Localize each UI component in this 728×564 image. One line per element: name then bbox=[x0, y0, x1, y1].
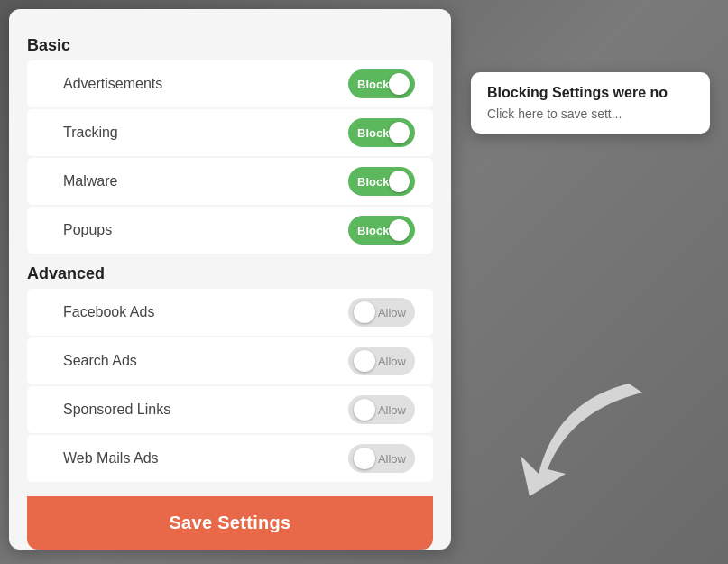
facebook-ads-label: Facebook Ads bbox=[63, 304, 154, 320]
basic-title: Basic bbox=[27, 36, 70, 54]
popups-toggle[interactable]: Block bbox=[348, 216, 415, 245]
sponsored-links-toggle-label: Allow bbox=[375, 403, 406, 417]
tracking-toggle[interactable]: Block bbox=[348, 118, 415, 147]
web-mails-ads-toggle-knob bbox=[354, 448, 375, 469]
notification-title: Blocking Settings were no bbox=[487, 85, 694, 101]
save-settings-button[interactable]: Save Settings bbox=[27, 496, 433, 550]
web-mails-ads-toggle-label: Allow bbox=[375, 452, 406, 466]
advanced-title: Advanced bbox=[27, 264, 105, 282]
popups-row: Popups Block bbox=[27, 207, 433, 254]
web-mails-ads-row: Web Mails Ads Allow bbox=[27, 435, 433, 482]
popups-toggle-label: Block bbox=[357, 224, 389, 237]
advertisements-row: Advertisements Block bbox=[27, 60, 433, 107]
notification-body: Click here to save sett... bbox=[487, 106, 694, 121]
facebook-ads-toggle-knob bbox=[354, 301, 375, 323]
sponsored-links-row: Sponsored Links Allow bbox=[27, 386, 433, 433]
advertisements-toggle-label: Block bbox=[357, 78, 389, 91]
arrow-icon bbox=[484, 365, 665, 528]
popups-toggle-knob bbox=[389, 219, 410, 241]
web-mails-ads-label: Web Mails Ads bbox=[63, 450, 159, 467]
notification-popup[interactable]: Blocking Settings were no Click here to … bbox=[471, 72, 710, 134]
advanced-section-header: Advanced bbox=[27, 255, 433, 289]
facebook-ads-row: Facebook Ads Allow bbox=[27, 289, 433, 336]
advertisements-toggle[interactable]: Block bbox=[348, 69, 415, 98]
tracking-row: Tracking Block bbox=[27, 109, 433, 156]
sponsored-links-toggle[interactable]: Allow bbox=[348, 395, 415, 424]
facebook-ads-toggle-label: Allow bbox=[375, 306, 406, 319]
web-mails-ads-toggle[interactable]: Allow bbox=[348, 444, 415, 473]
popups-label: Popups bbox=[63, 222, 112, 238]
basic-section-header: Basic bbox=[27, 27, 433, 60]
search-ads-toggle-label: Allow bbox=[375, 355, 406, 368]
facebook-ads-toggle[interactable]: Allow bbox=[348, 298, 415, 327]
tracking-toggle-label: Block bbox=[357, 126, 389, 140]
search-ads-row: Search Ads Allow bbox=[27, 337, 433, 384]
tracking-label: Tracking bbox=[63, 125, 118, 141]
search-ads-label: Search Ads bbox=[63, 353, 137, 369]
settings-panel: Basic Advertisements Block Tracking Bloc… bbox=[9, 9, 451, 550]
search-ads-toggle[interactable]: Allow bbox=[348, 347, 415, 375]
sponsored-links-toggle-knob bbox=[354, 399, 375, 421]
arrow-container bbox=[484, 365, 665, 528]
malware-toggle[interactable]: Block bbox=[348, 167, 415, 196]
advertisements-label: Advertisements bbox=[63, 76, 162, 92]
tracking-toggle-knob bbox=[389, 122, 410, 143]
malware-label: Malware bbox=[63, 173, 117, 190]
advertisements-toggle-knob bbox=[389, 73, 410, 95]
search-ads-toggle-knob bbox=[354, 350, 375, 372]
sponsored-links-label: Sponsored Links bbox=[63, 402, 170, 418]
malware-toggle-label: Block bbox=[357, 175, 389, 189]
malware-row: Malware Block bbox=[27, 158, 433, 205]
malware-toggle-knob bbox=[389, 171, 410, 192]
